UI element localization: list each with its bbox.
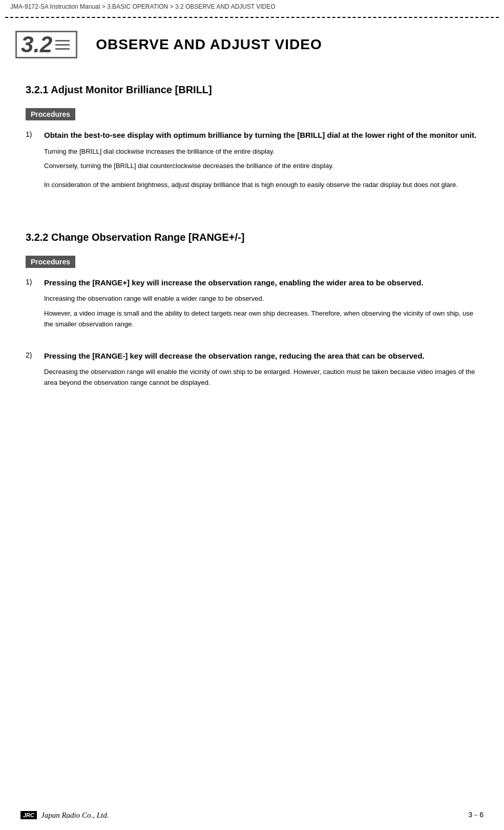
subsection-3-2-2: 3.2.2 Change Observation Range [RANGE+/-…	[26, 232, 478, 392]
breadcrumb: JMA-9172-SA Instruction Manual > 3.BASIC…	[0, 0, 504, 13]
section-number-wrapper: 3.2	[15, 31, 77, 58]
section-stripes	[55, 40, 70, 50]
company-name: Japan Radio Co., Ltd.	[41, 811, 109, 820]
section-number: 3.2	[21, 33, 52, 56]
step-main-1-2-1: Obtain the best-to-see display with opti…	[44, 130, 478, 141]
step-note-1-2-1: In consideration of the ambient brightne…	[44, 180, 478, 191]
logo-box: JRC	[20, 811, 37, 819]
step-1-2-2: 1) Pressing the [RANGE+] key will increa…	[26, 277, 478, 334]
subsection-3-2-2-heading: 3.2.2 Change Observation Range [RANGE+/-…	[26, 232, 478, 243]
step-number-1-2-1: 1)	[26, 130, 44, 138]
section-number-box: 3.2	[15, 31, 77, 58]
step-detail-1-2-1-0: Turning the [BRILL] dial clockwise incre…	[44, 147, 478, 157]
procedures-label-2: Procedures	[26, 256, 75, 268]
subsection-3-2-1: 3.2.1 Adjust Monitor Brilliance [BRILL] …	[26, 84, 478, 195]
step-content-2-2-2: Pressing the [RANGE-] key will decrease …	[44, 350, 478, 392]
step-detail-2-2-2-0: Decreasing the observation range will en…	[44, 367, 478, 388]
breadcrumb-text: JMA-9172-SA Instruction Manual > 3.BASIC…	[10, 3, 276, 10]
step-content-1-2-2: Pressing the [RANGE+] key will increase …	[44, 277, 478, 334]
subsection-3-2-1-heading: 3.2.1 Adjust Monitor Brilliance [BRILL]	[26, 84, 478, 96]
page-container: JMA-9172-SA Instruction Manual > 3.BASIC…	[0, 0, 504, 830]
step-main-1-2-2: Pressing the [RANGE+] key will increase …	[44, 277, 478, 289]
page-footer: JRC Japan Radio Co., Ltd. 3－6	[0, 811, 504, 820]
step-main-2-2-2: Pressing the [RANGE-] key will decrease …	[44, 350, 478, 362]
step-content-1-2-1: Obtain the best-to-see display with opti…	[44, 130, 478, 195]
step-2-2-2: 2) Pressing the [RANGE-] key will decrea…	[26, 350, 478, 392]
section-title: OBSERVE AND ADJUST VIDEO	[96, 36, 322, 53]
step-detail-1-2-1-1: Conversely, turning the [BRILL] dial cou…	[44, 161, 478, 172]
step-number-1-2-2: 1)	[26, 277, 44, 286]
step-1-2-1: 1) Obtain the best-to-see display with o…	[26, 130, 478, 195]
step-detail-1-2-2-1: However, a video image is small and the …	[44, 308, 478, 330]
content-area: 3.2.1 Adjust Monitor Brilliance [BRILL] …	[0, 64, 504, 414]
section-header: 3.2 OBSERVE AND ADJUST VIDEO	[0, 22, 504, 64]
page-number: 3－6	[468, 811, 484, 820]
step-number-2-2-2: 2)	[26, 350, 44, 359]
step-detail-1-2-2-0: Increasing the observation range will en…	[44, 294, 478, 304]
procedures-label-1: Procedures	[26, 108, 75, 120]
dashed-separator	[0, 14, 504, 20]
footer-logo: JRC Japan Radio Co., Ltd.	[20, 811, 109, 820]
